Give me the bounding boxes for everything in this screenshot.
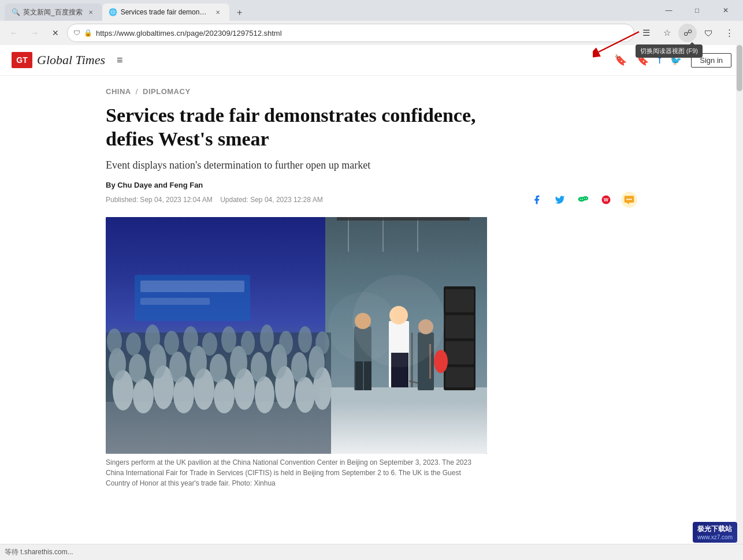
reader-mode-icon: ☍ <box>683 28 692 38</box>
reader-mode-button[interactable]: ☍ 切换阅读器视图 (F9) <box>678 24 697 42</box>
share-facebook[interactable] <box>529 192 545 208</box>
published-date: Published: Sep 04, 2023 12:04 AM <box>106 196 213 204</box>
article-container: CHINA / DIPLOMACY Services trade fair de… <box>94 76 649 488</box>
status-text: 等待 t.sharethis.com... <box>5 547 73 557</box>
share-wechat[interactable] <box>575 192 591 208</box>
svg-point-57 <box>169 352 187 383</box>
header-bookmark-icon[interactable]: 🔖 <box>614 54 627 66</box>
hamburger-menu[interactable]: ≡ <box>117 54 123 66</box>
svg-point-3 <box>582 196 588 200</box>
svg-point-40 <box>434 350 448 373</box>
tab-2[interactable]: 🌐 Services trade fair demonstra... ✕ <box>102 3 229 21</box>
watermark: 极光下载站 www.xz7.com <box>693 522 737 543</box>
refresh-button[interactable]: ✕ <box>46 24 65 42</box>
header-save-icon[interactable]: 🔖 <box>636 54 649 66</box>
window-controls: — □ ✕ <box>656 2 738 19</box>
logo-text: Global Times <box>37 53 105 68</box>
share-chat[interactable] <box>621 192 637 208</box>
tab-2-close[interactable]: ✕ <box>213 8 222 17</box>
title-bar: 🔍 英文新闻_百度搜索 ✕ 🌐 Services trade fair demo… <box>0 0 743 21</box>
breadcrumb: CHINA / DIPLOMACY <box>106 87 637 96</box>
svg-point-59 <box>210 354 227 383</box>
header-twitter-icon[interactable]: 🐦 <box>670 55 682 66</box>
svg-rect-27 <box>445 367 474 387</box>
tab-1[interactable]: 🔍 英文新闻_百度搜索 ✕ <box>5 3 102 21</box>
scrollbar-thumb[interactable] <box>737 45 742 91</box>
svg-text:W: W <box>604 197 608 203</box>
close-button[interactable]: ✕ <box>712 2 738 19</box>
tab-2-title: Services trade fair demonstra... <box>121 8 210 16</box>
scrollbar-track[interactable] <box>736 45 743 544</box>
back-button[interactable]: ← <box>5 24 23 42</box>
logo-icon: GT <box>12 52 32 68</box>
site-logo: GT Global Times ≡ <box>12 52 122 68</box>
svg-rect-36 <box>355 361 363 390</box>
collections-button[interactable]: ☰ <box>637 24 655 42</box>
svg-rect-24 <box>445 289 474 312</box>
status-bar: 等待 t.sharethis.com... 极光下载站 www.xz7.com <box>0 544 743 560</box>
new-tab-button[interactable]: + <box>232 5 248 21</box>
address-bar[interactable]: 🛡 🔒 https://www.globaltimes.cn/page/2023… <box>67 24 634 42</box>
shield-button[interactable]: 🛡 <box>699 24 718 42</box>
svg-point-13 <box>629 199 630 200</box>
svg-point-67 <box>145 324 160 352</box>
svg-point-48 <box>214 379 235 413</box>
image-caption: Singers perform at the UK pavilion at th… <box>106 457 487 488</box>
svg-point-74 <box>279 331 293 355</box>
svg-point-66 <box>126 333 141 356</box>
tab-1-close[interactable]: ✕ <box>86 8 95 17</box>
svg-marker-11 <box>627 203 629 204</box>
url-text: https://www.globaltimes.cn/page/202309/1… <box>96 29 628 38</box>
svg-point-75 <box>298 326 312 353</box>
watermark-brand: 极光下载站 <box>697 524 733 534</box>
svg-point-52 <box>295 377 315 413</box>
svg-point-81 <box>328 292 397 361</box>
maximize-button[interactable]: □ <box>684 2 710 19</box>
svg-point-5 <box>582 199 583 200</box>
favorites-button[interactable]: ☆ <box>657 24 676 42</box>
svg-point-7 <box>586 197 587 199</box>
security-icon: 🛡 <box>73 29 80 37</box>
article-byline: By Chu Daye and Feng Fan <box>106 181 637 189</box>
tab-1-title: 英文新闻_百度搜索 <box>23 8 83 17</box>
article-image-container: Singers perform at the UK pavilion at th… <box>106 217 637 488</box>
browser-chrome: 🔍 英文新闻_百度搜索 ✕ 🌐 Services trade fair demo… <box>0 0 743 45</box>
forward-button[interactable]: → <box>25 24 44 42</box>
svg-point-72 <box>241 331 255 355</box>
article-subtitle: Event displays nation's determination to… <box>106 159 637 171</box>
svg-point-12 <box>626 199 628 200</box>
page-content: GT Global Times ≡ 🔖 🔖 f 🐦 Sign in CHINA … <box>0 45 743 544</box>
updated-date: Updated: Sep 04, 2023 12:28 AM <box>220 196 322 204</box>
svg-point-14 <box>630 199 632 200</box>
breadcrumb-category[interactable]: CHINA <box>106 87 131 96</box>
svg-point-63 <box>291 352 307 382</box>
header-right: 🔖 🔖 f 🐦 Sign in <box>614 53 731 68</box>
breadcrumb-separator: / <box>136 87 138 96</box>
svg-rect-26 <box>445 341 474 364</box>
svg-point-70 <box>202 333 217 356</box>
menu-button[interactable]: ⋮ <box>720 24 738 42</box>
svg-rect-78 <box>140 281 244 292</box>
svg-rect-79 <box>140 298 210 305</box>
svg-point-73 <box>260 324 274 352</box>
svg-point-54 <box>109 348 126 380</box>
minimize-button[interactable]: — <box>656 2 682 19</box>
svg-point-68 <box>164 331 179 355</box>
svg-point-61 <box>251 352 267 382</box>
svg-point-71 <box>221 326 236 353</box>
share-twitter[interactable] <box>552 192 568 208</box>
nav-right-icons: ☰ ☆ ☍ 切换阅读器视图 (F9) 🛡 ⋮ <box>637 24 738 42</box>
article-title: Services trade fair demonstrates confide… <box>106 104 510 151</box>
article-image <box>106 217 487 454</box>
breadcrumb-subcategory[interactable]: DIPLOMACY <box>143 87 191 96</box>
share-weibo[interactable]: W <box>598 192 614 208</box>
svg-point-69 <box>183 326 198 353</box>
svg-point-6 <box>584 197 585 199</box>
tab-2-favicon: 🌐 <box>109 8 117 16</box>
svg-point-44 <box>133 379 154 413</box>
svg-point-76 <box>315 331 329 354</box>
header-facebook-icon[interactable]: f <box>658 54 661 66</box>
sign-in-button[interactable]: Sign in <box>691 53 731 68</box>
svg-rect-22 <box>337 217 470 221</box>
lock-icon: 🔒 <box>84 29 92 37</box>
